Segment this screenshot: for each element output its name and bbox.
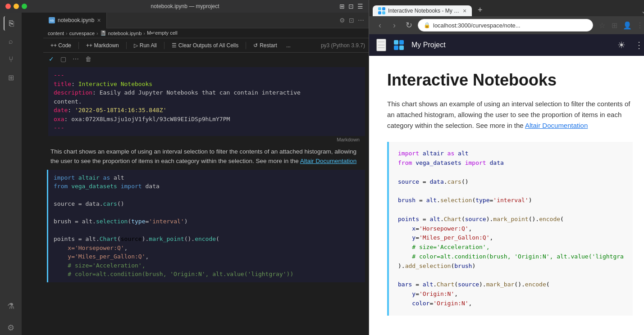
sidebar: ⎘ ⌕ ⑂ ⊞ ⚗ ⚙: [0, 13, 22, 335]
clear-outputs-label: Clear Outputs of All Cells: [178, 42, 238, 49]
forward-button[interactable]: ›: [389, 20, 400, 31]
app-logo: [392, 38, 406, 52]
frontmatter-cell: --- title: Interactive Notebooks descrip…: [47, 67, 365, 143]
cb-source: source: [398, 178, 419, 185]
browser-tab-close[interactable]: ×: [463, 7, 466, 14]
split-icon[interactable]: ⊡: [348, 3, 354, 10]
more-icon: ...: [286, 42, 291, 49]
add-code-button[interactable]: + + Code: [47, 41, 75, 50]
import2-module: vega_datasets: [71, 183, 117, 190]
lock-icon: 🔒: [424, 22, 430, 28]
breadcrumb-content[interactable]: content: [48, 31, 64, 36]
minimize-button[interactable]: [14, 4, 19, 9]
settings-gear-icon[interactable]: ⚙: [339, 17, 345, 24]
breadcrumb-sep3: ›: [143, 31, 145, 36]
clear-outputs-button[interactable]: ☰ Clear Outputs of All Cells: [168, 41, 242, 50]
breadcrumb-file-icon: 📓: [100, 30, 106, 36]
content-description: This chart shows an example of using an …: [387, 99, 633, 131]
notebook-tab[interactable]: nb notebook.ipynb ×: [43, 13, 107, 28]
titlebar: notebook.ipynb — myproject ⊞ ⊡ ☰: [0, 0, 369, 13]
extensions-icon: ⊞: [8, 73, 14, 82]
header-more-button[interactable]: ⋮: [635, 40, 644, 50]
more-options-button[interactable]: ...: [283, 41, 294, 50]
import1-module: altair: [78, 174, 100, 181]
profile-icon[interactable]: 👤: [622, 20, 633, 31]
sidebar-icon-search[interactable]: ⌕: [4, 34, 18, 49]
refresh-button[interactable]: ↻: [403, 20, 414, 31]
tab-list-button[interactable]: ⌵: [642, 6, 644, 16]
maximize-button[interactable]: [22, 4, 27, 9]
plus-icon2: +: [86, 42, 89, 49]
browser-active-tab[interactable]: Interactive Notebooks - My Pr... ×: [373, 5, 472, 16]
theme-toggle-button[interactable]: ☀: [617, 40, 626, 50]
kernel-label: py3 (Python 3.9.7): [321, 42, 365, 49]
comment-size: # size='Acceleration',: [68, 262, 145, 269]
traffic-lights: [5, 4, 27, 9]
plus-icon: +: [50, 42, 54, 49]
import2-kw: from: [54, 183, 68, 190]
more-actions-icon[interactable]: ⋯: [358, 17, 364, 24]
logo-cell-2: [399, 40, 404, 45]
search-icon: ⌕: [9, 37, 13, 45]
logo-cell-3: [394, 45, 398, 50]
sidebar-icon-extensions[interactable]: ⊞: [4, 70, 18, 85]
breadcrumb-sep2: ›: [96, 31, 98, 36]
code-block: import altair as alt from vega_datasets …: [387, 142, 633, 316]
new-tab-button[interactable]: +: [474, 4, 486, 16]
add-markdown-button[interactable]: + + Markdown: [82, 41, 123, 50]
sidebar-icon-flask[interactable]: ⚗: [4, 299, 18, 313]
logo-cell-1: [394, 40, 398, 45]
yaml-oxa-key: oxa: [54, 116, 64, 122]
altair-doc-link[interactable]: Altair Documentation: [300, 158, 356, 164]
cell-check-button[interactable]: ✓: [47, 54, 56, 63]
title-icons: ⊞ ⊡ ☰: [339, 3, 363, 10]
cell-delete-button[interactable]: 🗑: [83, 54, 93, 63]
restart-button[interactable]: ↺ Restart: [250, 41, 281, 50]
import1-kw: import: [54, 174, 75, 181]
code-cell: import altair as alt from vega_datasets …: [47, 170, 365, 282]
extensions-browser-icon[interactable]: ⊞: [609, 20, 620, 31]
code-cell-content[interactable]: import altair as alt from vega_datasets …: [48, 170, 365, 282]
cb-import1-kw: import: [398, 150, 419, 157]
source-line: source: [54, 200, 75, 207]
kernel-info[interactable]: py3 (Python 3.9.7): [321, 42, 365, 49]
url-bar[interactable]: 🔒 localhost:3000/curvespace/note...: [418, 19, 593, 32]
close-button[interactable]: [5, 4, 11, 9]
cb-points: points: [398, 216, 419, 222]
flask-icon: ⚗: [7, 301, 14, 311]
cell-more-button[interactable]: ⋯: [71, 54, 81, 63]
breadcrumb-curvespace[interactable]: curvespace: [69, 31, 95, 36]
run-all-icon: ▷: [134, 42, 138, 49]
sidebar-icon-source-control[interactable]: ⑂: [4, 52, 18, 67]
tab-bar: nb notebook.ipynb × ⚙ ⊡ ⋯: [43, 13, 369, 28]
browser-tab-title: Interactive Notebooks - My Pr...: [388, 8, 460, 14]
split-editor-icon[interactable]: ⊡: [349, 17, 354, 24]
hamburger-menu-button[interactable]: ☰: [376, 39, 386, 51]
breadcrumb: content › curvespace › 📓 notebook.ipynb …: [43, 28, 369, 38]
breadcrumb-filename[interactable]: notebook.ipynb: [108, 31, 142, 36]
notebook-tab-close[interactable]: ×: [97, 17, 100, 24]
back-button[interactable]: ‹: [375, 20, 385, 31]
add-markdown-label: + Markdown: [89, 42, 119, 49]
url-text: localhost:3000/curvespace/note...: [433, 22, 521, 29]
altair-doc-link-text: Altair Documentation: [300, 158, 356, 164]
breadcrumb-cell[interactable]: M↵empty cell: [147, 30, 178, 36]
cell-square-button[interactable]: ▢: [59, 54, 68, 63]
sidebar-icon-settings[interactable]: ⚙: [4, 321, 18, 335]
layout-icon[interactable]: ⊞: [339, 3, 345, 10]
yaml-date-val: '2022-05-18T14:16:35.848Z': [75, 107, 167, 113]
clear-icon: ☰: [172, 42, 177, 49]
altair-documentation-link[interactable]: Altair Documentation: [525, 122, 588, 129]
menu-icon[interactable]: ☰: [357, 3, 363, 10]
breadcrumb-sep1: ›: [66, 31, 68, 36]
logo-cell-4: [399, 45, 404, 50]
sidebar-icon-files[interactable]: ⎘: [4, 16, 18, 31]
notebook-tab-label: notebook.ipynb: [58, 17, 94, 23]
browser-tab-favicon: [378, 7, 385, 14]
run-all-button[interactable]: ▷ Run All: [130, 41, 160, 50]
restart-icon: ↺: [253, 42, 258, 49]
browser-menu-icon[interactable]: ⋮: [635, 20, 644, 31]
yaml-title-key: title: [54, 81, 71, 87]
bookmark-icon[interactable]: ☆: [597, 20, 607, 31]
cell-toolbar: ✓ ▢ ⋯ 🗑: [43, 53, 369, 65]
